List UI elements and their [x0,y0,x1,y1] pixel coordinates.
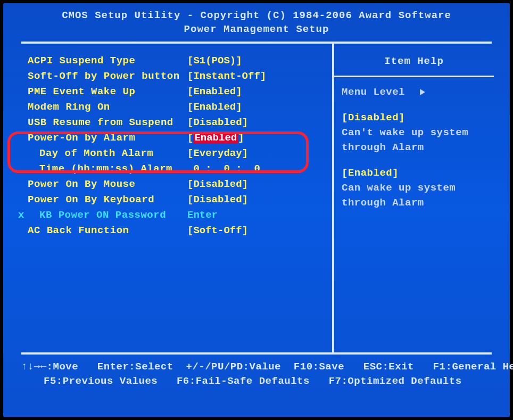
bios-screen: CMOS Setup Utility - Copyright (C) 1984-… [3,3,510,417]
disabled-mark-icon: x [18,208,24,223]
help-disabled-head: [Disabled] [342,110,486,125]
hotkey-value: +/-/PU/PD:Value [186,360,281,374]
setting-label: Power On By Keyboard [28,192,187,208]
setting-row[interactable]: Power-On by Alarm[Enabled] [28,130,328,146]
setting-value[interactable]: [Enabled] [187,100,242,115]
hotkey-select: Enter:Select [97,360,173,374]
menu-level: Menu Level [342,85,486,100]
spacer [342,155,486,166]
setting-label: Time (hh:mm:ss) Alarm [28,161,187,177]
setting-row[interactable]: xKB Power ON PasswordEnter [28,208,328,223]
hotkey-failsafe: F6:Fail-Safe Defaults [177,374,310,389]
setting-value[interactable]: [Disabled] [187,115,248,130]
help-disabled-text-2: through Alarm [342,140,486,155]
setting-label: USB Resume from Suspend [28,115,187,130]
setting-row[interactable]: USB Resume from Suspend[Disabled] [28,115,328,130]
footer-row-2: F5:Previous Values F6:Fail-Safe Defaults… [21,374,492,389]
help-enabled-head: [Enabled] [342,166,486,180]
setting-label: KB Power ON Password [28,208,187,223]
setting-label: PME Event Wake Up [28,84,187,100]
setting-label: Soft-Off by Power button [28,69,187,84]
setting-row[interactable]: Time (hh:mm:ss) Alarm 0 : 0 : 0 [28,161,328,177]
hotkey-save: F10:Save [294,360,344,374]
setting-value[interactable]: 0 : 0 : 0 [187,161,260,177]
chevron-right-icon [420,89,425,95]
footer-row-1: ↑↓→←:Move Enter:Select +/-/PU/PD:Value F… [21,360,492,374]
hotkey-prev-values: F5:Previous Values [44,374,158,389]
help-disabled-text-1: Can't wake up system [342,125,486,140]
setting-value[interactable]: [Enabled] [187,130,244,146]
hotkey-exit: ESC:Exit [363,360,414,374]
setting-value[interactable]: Enter [187,208,218,223]
setting-value[interactable]: [S1(POS)] [187,53,242,69]
setting-label: Modem Ring On [28,100,187,115]
settings-panel: ACPI Suspend Type[S1(POS)]Soft-Off by Po… [21,44,332,352]
setting-row[interactable]: Power On By Mouse[Disabled] [28,177,328,192]
setting-row[interactable]: Soft-Off by Power button[Instant-Off] [28,69,328,84]
hotkey-move: ↑↓→←:Move [21,360,78,374]
header-page-title: Power Management Setup [3,22,510,36]
setting-value[interactable]: [Soft-Off] [187,223,248,238]
setting-value[interactable]: [Disabled] [187,177,248,192]
setting-label: Power-On by Alarm [28,130,187,146]
setting-label: Power On By Mouse [28,177,187,192]
help-body: Menu Level [Disabled] Can't wake up syst… [342,77,486,210]
item-help-panel: Item Help Menu Level [Disabled] Can't wa… [332,44,492,352]
menu-level-label: Menu Level [342,86,405,98]
setting-label: Day of Month Alarm [28,146,187,161]
header-copyright: CMOS Setup Utility - Copyright (C) 1984-… [3,9,510,22]
setting-row[interactable]: Power On By Keyboard[Disabled] [28,192,328,208]
help-enabled-text-2: through Alarm [342,195,486,210]
setting-row[interactable]: Modem Ring On[Enabled] [28,100,328,115]
item-help-title: Item Help [342,53,486,76]
setting-label: ACPI Suspend Type [28,53,187,69]
setting-row[interactable]: ACPI Suspend Type[S1(POS)] [28,53,328,69]
setting-row[interactable]: AC Back Function[Soft-Off] [28,223,328,238]
setting-row[interactable]: Day of Month Alarm[Everyday] [28,146,328,161]
spacer [342,100,486,110]
hotkey-optimized: F7:Optimized Defaults [329,374,462,389]
setting-label: AC Back Function [28,223,187,238]
footer-hotkeys: ↑↓→←:Move Enter:Select +/-/PU/PD:Value F… [3,355,510,389]
setting-value-selected: Enabled [193,132,238,144]
setting-row[interactable]: PME Event Wake Up[Enabled] [28,84,328,100]
setting-value[interactable]: [Everyday] [187,146,248,161]
setting-value[interactable]: [Instant-Off] [187,69,266,84]
setting-value[interactable]: [Disabled] [187,192,248,208]
header: CMOS Setup Utility - Copyright (C) 1984-… [3,3,510,38]
setting-value[interactable]: [Enabled] [187,84,242,100]
main-area: ACPI Suspend Type[S1(POS)]Soft-Off by Po… [21,42,492,355]
help-enabled-text-1: Can wake up system [342,180,486,195]
hotkey-general: F1:General Help [433,360,513,374]
